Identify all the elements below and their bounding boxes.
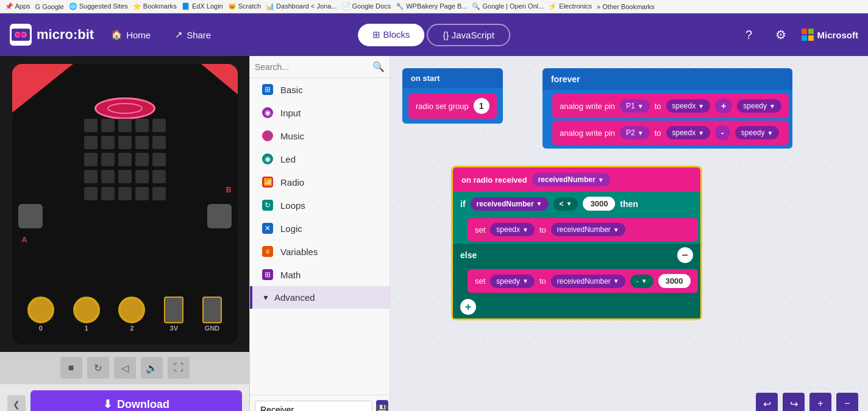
p1-dropdown[interactable]: P1 ▼ — [620, 99, 650, 113]
category-led[interactable]: ◉ Led — [250, 147, 390, 170]
forever-block: forever analog write pin P1 ▼ to speedx … — [542, 68, 792, 149]
pad-2-circle[interactable] — [118, 297, 145, 323]
bm-bookmarks[interactable]: ⭐ Bookmarks — [133, 2, 177, 10]
download-icon: ⬇ — [103, 398, 112, 411]
op-plus-pill: + — [715, 99, 732, 113]
led-label: Led — [280, 154, 296, 164]
set-speedy-rn-dropdown[interactable]: receivedNumber ▼ — [551, 275, 625, 288]
share-button[interactable]: ↗ Share — [168, 26, 218, 44]
bm-google[interactable]: G Google — [35, 3, 64, 10]
bm-gdocs[interactable]: 📄 Google Docs — [342, 2, 391, 10]
input-dot: ◉ — [262, 107, 273, 118]
stop-button[interactable]: ■ — [60, 357, 82, 379]
pad-1-circle[interactable] — [73, 297, 100, 323]
set-speedx-dropdown[interactable]: speedx ▼ — [490, 223, 535, 236]
pad-2-num: 2 — [130, 325, 133, 332]
microbit-body: A B 0 1 2 — [12, 64, 238, 344]
bm-suggested[interactable]: 🌐 Suggested Sites — [69, 2, 128, 10]
category-basic[interactable]: ⊞ Basic — [250, 78, 390, 101]
if-body: set speedx ▼ to receivedNumber ▼ — [453, 216, 700, 244]
speedy-arrow-1: ▼ — [769, 103, 775, 110]
bm-edx[interactable]: 📘 EdX Login — [182, 2, 223, 10]
speedx-arrow-1: ▼ — [698, 103, 704, 110]
pad-0[interactable]: 0 — [27, 297, 54, 332]
pad-0-circle[interactable] — [27, 297, 54, 323]
category-math[interactable]: ⊞ Math — [250, 263, 390, 286]
bm-electronics[interactable]: ⚡ Electronics — [549, 2, 592, 10]
category-advanced[interactable]: ▼ Advanced — [250, 286, 390, 309]
home-button[interactable]: 🏠 Home — [104, 26, 158, 44]
plus-button[interactable]: + — [460, 299, 476, 315]
javascript-toggle[interactable]: {} JavaScript — [427, 24, 510, 46]
category-loops[interactable]: ↻ Loops — [250, 194, 390, 217]
search-input[interactable] — [255, 62, 369, 72]
p2-arrow: ▼ — [638, 130, 644, 136]
canvas-toolbar: ↩ ↪ + − — [756, 393, 858, 411]
received-number-dropdown[interactable]: receivedNumber ▼ — [532, 173, 610, 186]
on-start-header: on start — [402, 68, 503, 88]
fullscreen-button[interactable]: ⛶ — [168, 357, 190, 379]
category-radio[interactable]: 📶 Radio — [250, 170, 390, 194]
bm-dashboard[interactable]: 📊 Dashboard < Jona... — [266, 2, 336, 10]
filename-input[interactable] — [255, 401, 372, 411]
speedx-dropdown-2[interactable]: speedx ▼ — [666, 126, 711, 139]
settings-button[interactable]: ⚙ — [770, 24, 792, 46]
download-button[interactable]: ⬇ Download — [30, 390, 242, 411]
category-input[interactable]: ◉ Input — [250, 101, 390, 124]
red-triangle-topright — [201, 64, 238, 94]
bm-wpbakery[interactable]: 🔧 WPBakery Page B... — [396, 2, 467, 10]
speedx-dropdown-1[interactable]: speedx ▼ — [666, 99, 711, 113]
button-b[interactable] — [207, 204, 232, 228]
radio-group-value: 1 — [474, 98, 489, 114]
set-speedy-dropdown[interactable]: speedy ▼ — [490, 275, 535, 288]
category-logic[interactable]: ✕ Logic — [250, 217, 390, 240]
bm-apps[interactable]: 📌 Apps — [5, 2, 30, 10]
if-received-dropdown[interactable]: receivedNumber ▼ — [471, 197, 549, 211]
bm-scratch[interactable]: 🐱 Scratch — [228, 2, 261, 10]
category-music[interactable]: 🎵 Music — [250, 124, 390, 147]
collapse-button[interactable]: ❮ — [7, 395, 26, 411]
else-op-dropdown[interactable]: - ▼ — [630, 275, 653, 288]
svg-rect-3 — [16, 33, 26, 36]
label-a: A — [22, 236, 27, 244]
restart-button[interactable]: ↻ — [87, 357, 109, 379]
navbar: micro:bit 🏠 Home ↗ Share ⊞ Blocks {} Jav… — [0, 13, 868, 56]
speedy-arrow-2: ▼ — [767, 130, 773, 136]
red-triangle-topleft — [12, 64, 73, 113]
bookmarks-bar: 📌 Apps G Google 🌐 Suggested Sites ⭐ Book… — [0, 0, 868, 13]
minus-button[interactable]: − — [677, 247, 693, 263]
variables-label: Variables — [280, 247, 318, 257]
palette-panel: 🔍 ⊞ Basic ◉ Input 🎵 Music ◉ Led 📶 Radio — [250, 56, 390, 411]
undo-button[interactable]: ↩ — [756, 393, 778, 411]
set-speedx-block: set speedx ▼ to receivedNumber ▼ — [468, 218, 698, 241]
save-button[interactable]: 💾 — [376, 400, 388, 411]
category-variables[interactable]: ≡ Variables — [250, 240, 390, 263]
back-button[interactable]: ◁ — [114, 357, 136, 379]
else-val-3000[interactable]: 3000 — [658, 274, 691, 288]
sound-button[interactable]: 🔊 — [141, 357, 163, 379]
speedy-dropdown-2[interactable]: speedy ▼ — [735, 126, 780, 139]
p2-dropdown[interactable]: P2 ▼ — [620, 126, 650, 139]
led-0-2 — [118, 119, 132, 132]
bm-gopen[interactable]: 🔍 Google | Open Onl... — [472, 2, 544, 10]
pad-1[interactable]: 1 — [73, 297, 100, 332]
set-receivednumber-dropdown[interactable]: receivedNumber ▼ — [551, 223, 625, 236]
op-lt-dropdown[interactable]: < ▼ — [553, 197, 578, 211]
button-a[interactable] — [18, 204, 43, 228]
loops-label: Loops — [280, 200, 305, 211]
blocks-toggle[interactable]: ⊞ Blocks — [358, 24, 424, 46]
zoom-out-button[interactable]: − — [836, 393, 858, 411]
bm-other[interactable]: » Other Bookmarks — [597, 3, 655, 10]
svg-point-4 — [108, 104, 142, 113]
code-canvas[interactable]: on start radio set group 1 forever — [390, 56, 868, 411]
val-3000-pill[interactable]: 3000 — [583, 197, 615, 211]
speedy-dropdown-1[interactable]: speedy ▼ — [737, 99, 781, 113]
help-button[interactable]: ? — [738, 24, 760, 46]
redo-button[interactable]: ↪ — [783, 393, 805, 411]
pad-2[interactable]: 2 — [118, 297, 145, 332]
pad-gnd: GND — [202, 297, 222, 332]
download-bar: ❮ ⬇ Download — [0, 384, 249, 411]
zoom-in-button[interactable]: + — [809, 393, 831, 411]
chevron-down-icon: ▼ — [262, 293, 269, 302]
led-3-3 — [135, 170, 149, 183]
